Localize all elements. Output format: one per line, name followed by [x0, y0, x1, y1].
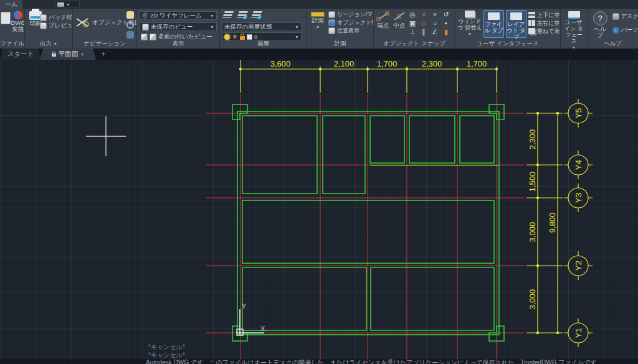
version-info-button[interactable]: i バージョン情報 — [612, 26, 638, 34]
panel-measure: 計測 ▼ リージョン/マスプロパティ オブジェクト情報 位置表示 計測 — [307, 9, 374, 49]
tile-vertical-button[interactable]: 左右に並べて表示 — [528, 19, 561, 27]
panel-navigation-label[interactable]: ナビゲーション — [73, 40, 136, 48]
dim-right-4: 3,000 — [528, 289, 537, 310]
panel-measure-label[interactable]: 計測 — [307, 40, 373, 48]
dimension-text: 3,600 2,100 1,700 2,300 1,700 2,300 1,50… — [270, 60, 583, 338]
help-button[interactable]: ? ヘルプ — [591, 11, 609, 39]
panel-output: 印刷 バッチ印刷 プレビュー 出力 ▼ — [25, 9, 73, 49]
panel-output-label[interactable]: 出力 ▼ — [25, 40, 72, 48]
panel-file-label[interactable]: ファイル ▼ — [0, 40, 24, 48]
snap-tangent-button[interactable]: ○ — [430, 19, 440, 27]
object-info-button[interactable]: オブジェクト情報 — [328, 19, 374, 26]
snap-midpoint-button[interactable]: 中点 — [392, 11, 407, 29]
visual-style-dropdown[interactable]: 2D ワイヤフレーム ▼ — [140, 11, 217, 20]
panel-view-label[interactable]: 表示 — [137, 40, 219, 48]
tab-start[interactable]: スタート — [0, 49, 41, 60]
tile-horizontal-icon — [528, 12, 535, 18]
dimension-lines — [240, 60, 593, 347]
layer-unlock-icon — [240, 36, 245, 40]
panel-ui-dropdown: ユーザ イン タフェース ▼ — [561, 9, 588, 49]
orbit-button[interactable]: ▼ — [126, 21, 137, 29]
snap-point-button[interactable]: × — [430, 11, 440, 19]
ruler-icon — [311, 12, 325, 17]
panel-ui-label[interactable]: ユーザ インタフェース — [455, 40, 560, 48]
dim-top-3: 1,700 — [377, 60, 398, 68]
zoom-extents-icon — [75, 17, 90, 27]
snap-dash-button[interactable]: ▪ — [441, 19, 451, 27]
layer-state-dropdown[interactable]: 未保存の画層状態 ▼ — [222, 22, 302, 31]
panel-help-label[interactable]: ヘルプ — [588, 40, 638, 48]
layer-on-icon — [224, 34, 230, 40]
panel-navigation: オブジェクト範囲 ▼ ▼ ▼ ナビゲーション — [73, 9, 137, 49]
steering-wheel-button[interactable]: ▼ — [126, 31, 137, 39]
dimension-ticks — [239, 68, 559, 334]
snap-parallel-button[interactable]: ∥ — [419, 28, 429, 36]
region-icon — [328, 11, 335, 18]
snap-loop-button[interactable]: ↺ — [441, 11, 451, 19]
new-tab-button[interactable]: + — [99, 50, 108, 58]
file-tabs-toggle[interactable]: ファイル タブ — [483, 10, 504, 38]
preview-button[interactable]: プレビュー — [40, 22, 73, 29]
dim-top-2: 2,100 — [334, 60, 355, 68]
wheel-icon — [126, 31, 134, 39]
snap-endpoint-button[interactable]: 端点 — [376, 11, 391, 29]
grid-bubble-y3: Y3 — [574, 193, 583, 203]
panel-layer: 未保存の画層状態 ▼ ☀ 0 ▼ 画層 — [220, 9, 307, 49]
cascade-icon — [528, 28, 535, 34]
window-switch-button[interactable]: ウィンドウ 切替え ▼ — [457, 11, 482, 37]
snap-perpendicular-button[interactable]: ⊥ — [407, 28, 417, 36]
desktop-analytics-button[interactable]: デスクトップ解 — [612, 12, 638, 20]
chevron-down-icon: ▼ — [295, 25, 299, 29]
snap-magnet-button[interactable]: ▮ — [441, 28, 451, 36]
dim-right-1: 2,300 — [528, 129, 537, 150]
panel-layer-label[interactable]: 画層 — [220, 40, 307, 48]
title-strip: ーム ▼ — [0, 0, 638, 9]
snap-node-button[interactable]: × — [419, 11, 429, 19]
ucs-y-label: Y — [242, 302, 247, 310]
image-icon — [57, 2, 64, 7]
view-dropdown[interactable]: 未保存のビュー ▼ — [140, 22, 217, 31]
layer-tools[interactable] — [224, 11, 261, 18]
open-file-icon[interactable] — [1, 12, 11, 24]
command-history-line: *キャンセル* — [148, 343, 185, 352]
snap-center-button[interactable]: ◎ — [407, 11, 417, 19]
wall-lines — [232, 105, 504, 341]
grid-bubble-y2: Y2 — [574, 261, 583, 271]
pan-hand-icon — [126, 11, 134, 19]
grid-bubble-y4: Y4 — [574, 159, 583, 170]
close-icon[interactable]: × — [80, 51, 84, 58]
position-display-button[interactable]: 位置表示 — [328, 27, 359, 34]
tile-horizontal-button[interactable]: 上下に並べて表示 — [528, 11, 561, 19]
file-tabs-icon — [488, 12, 500, 20]
batch-print-button[interactable]: バッチ印刷 — [40, 14, 73, 21]
dim-right-3: 3,000 — [528, 222, 537, 243]
trusted-dwg-message: Autodesk DWG です。このファイルはオートデスクの開発した、またはライ… — [146, 359, 603, 364]
visual-style-icon — [142, 12, 148, 19]
panel-osnap: 端点 中点 ◎ × × ↺ ▣ ◇ ○ ▪ ⊥ ∥ ∠ ▮ オブジェクト スナッ… — [374, 9, 455, 49]
drawing-canvas[interactable]: 3,600 2,100 1,700 2,300 1,700 2,300 1,50… — [0, 60, 638, 364]
cascade-button[interactable]: 重ねて表示 — [528, 27, 561, 35]
quick-access-button[interactable]: ▼ — [55, 1, 80, 8]
panel-osnap-label[interactable]: オブジェクト スナップ — [374, 40, 455, 48]
view-icon — [142, 24, 149, 30]
region-mass-button[interactable]: リージョン/マスプロパティ — [328, 11, 374, 18]
layer-color-swatch — [247, 34, 252, 40]
user-interface-button[interactable]: ユーザ イン タフェース ▼ — [563, 11, 585, 49]
pan-button[interactable] — [126, 11, 134, 19]
panel-file: DWG 変換 ファイル ▼ — [0, 9, 25, 49]
tab-drawing[interactable]: 平面図 × — [40, 49, 96, 60]
layer-properties-icon — [222, 11, 234, 18]
tile-vertical-icon — [528, 20, 535, 26]
layout-tabs-icon — [510, 12, 522, 20]
dim-top-4: 2,300 — [422, 60, 442, 68]
snap-extension-button[interactable]: ∠ — [430, 28, 440, 36]
autocad-window: ーム ▼ DWG 変換 ファイル ▼ 印刷 バッチ印刷 — [0, 0, 638, 364]
dwg-convert-button[interactable]: DWG 変換 — [11, 11, 25, 32]
snap-quadrant-button[interactable]: ◇ — [419, 19, 429, 27]
plan-drawing: 3,600 2,100 1,700 2,300 1,700 2,300 1,50… — [0, 60, 638, 364]
ribbon-tab-home[interactable]: ーム — [0, 0, 22, 9]
layout-tabs-toggle[interactable]: レイアウト タブ — [506, 10, 526, 38]
measure-button[interactable]: 計測 ▼ — [309, 12, 326, 30]
grid-bubble-y5: Y5 — [574, 108, 583, 119]
snap-insert-button[interactable]: ▣ — [407, 19, 417, 27]
